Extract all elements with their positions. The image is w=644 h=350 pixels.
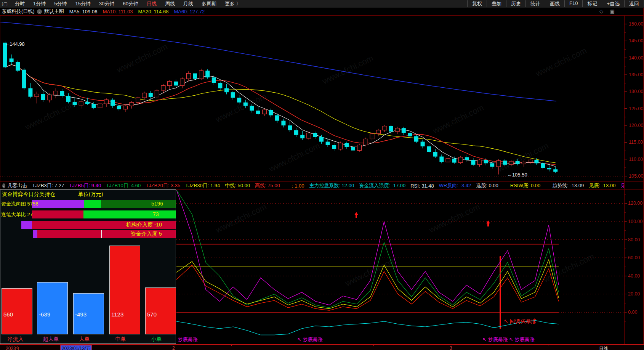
svg-text:120.00: 120.00 bbox=[629, 123, 643, 128]
high-price-callout: ←144.98 bbox=[5, 41, 25, 47]
tool-item-标记[interactable]: 标记 bbox=[582, 0, 602, 7]
chevron-circle-icon[interactable]: ⌄ bbox=[37, 9, 42, 14]
fund-bar-value: 1123 bbox=[111, 311, 123, 318]
ma-legend-item: MA10: 111.03 bbox=[103, 9, 133, 14]
date-label[interactable]: 2023/01/13/五 bbox=[60, 345, 92, 350]
svg-text:120.00: 120.00 bbox=[628, 201, 642, 206]
ma-legend: MA5: 109.06MA10: 111.03MA20: 114.68MA60:… bbox=[64, 9, 205, 14]
gauge-label: 逐笔大单比 27 bbox=[1, 211, 33, 218]
gauge-row: 资金流向图 57565196 bbox=[0, 200, 176, 208]
ma-legend-item: MA60: 127.72 bbox=[174, 9, 205, 14]
indicator-item: TJZB5日: 9.40 bbox=[69, 182, 101, 189]
series-资金流入强度 bbox=[176, 320, 559, 335]
axis-separator bbox=[624, 15, 625, 344]
time-axis-tick bbox=[231, 344, 232, 346]
svg-text:60.00: 60.00 bbox=[628, 255, 640, 260]
fund-panel-title: 资金博弈今日分类持仓 bbox=[2, 191, 55, 198]
tool-item-历史[interactable]: 历史 bbox=[506, 0, 525, 7]
svg-text:110.00: 110.00 bbox=[629, 157, 643, 162]
menu-item-分时[interactable]: 分时 bbox=[11, 0, 29, 7]
month-marker-2: 2 bbox=[172, 345, 175, 350]
menu-item-5分钟[interactable]: 5分钟 bbox=[50, 0, 71, 7]
bottom-signal-note: ↖ 抄底暴涨 bbox=[509, 337, 535, 342]
up-arrow-icon bbox=[354, 212, 358, 218]
statusbar-divider bbox=[589, 344, 589, 350]
svg-text:0.00: 0.00 bbox=[628, 310, 637, 315]
tool-item-F10[interactable]: F10 bbox=[564, 0, 582, 7]
menu-item-30分钟[interactable]: 30分钟 bbox=[95, 0, 119, 7]
gauge-segment bbox=[33, 230, 37, 238]
fund-bar-value: -639 bbox=[39, 311, 50, 318]
chevron-circle-icon[interactable]: ⌄ bbox=[2, 183, 5, 188]
symbol-title: 东威科技(日线) bbox=[2, 8, 35, 15]
menu-item-多周期[interactable]: 多周期 bbox=[197, 0, 221, 7]
fund-bar-value: -493 bbox=[75, 311, 87, 318]
indicator-item: WR反向: -3.42 bbox=[439, 182, 471, 189]
indicator-item: 凡客出击 bbox=[8, 182, 27, 189]
main-indicator-label[interactable]: 默认主图 bbox=[44, 8, 64, 15]
menu-item-更多 〉[interactable]: 更多 〉 bbox=[221, 0, 245, 7]
svg-text:115.00: 115.00 bbox=[629, 140, 643, 145]
tool-item-+自选[interactable]: +自选 bbox=[602, 0, 624, 7]
tool-menu: 复权叠加历史统计画线F10标记+自选返回 bbox=[467, 0, 644, 7]
menu-item-日线[interactable]: 日线 bbox=[143, 0, 161, 7]
fund-bar-value: 560 bbox=[3, 311, 13, 318]
bottom-signal-note: ↖ 抄底暴涨 bbox=[482, 337, 508, 342]
menu-item-月线[interactable]: 月线 bbox=[179, 0, 197, 7]
indicator-item: : 1.00 bbox=[292, 183, 304, 189]
period-menu: 分时1分钟5分钟15分钟30分钟60分钟日线周线月线多周期更多 〉 bbox=[11, 0, 245, 7]
indicator-item: 中线: 50.00 bbox=[225, 182, 250, 189]
tool-item-复权[interactable]: 复权 bbox=[467, 0, 487, 7]
fund-bar-label: 大单 bbox=[79, 336, 90, 343]
ma-legend-item: MA20: 114.68 bbox=[138, 9, 168, 14]
fund-panel-unit: 单位(万元) bbox=[78, 191, 103, 198]
tool-item-统计[interactable]: 统计 bbox=[525, 0, 545, 7]
svg-text:105.00: 105.00 bbox=[629, 173, 643, 179]
svg-text:150.00: 150.00 bbox=[629, 21, 643, 27]
svg-text:145.00: 145.00 bbox=[629, 38, 643, 43]
indicator-item: TJZB20日: 3.35 bbox=[146, 182, 180, 189]
indicator-item: TJZB3日: 7.27 bbox=[32, 182, 64, 189]
time-axis-tick bbox=[548, 344, 548, 346]
tool-item-返回[interactable]: 返回 bbox=[624, 0, 644, 7]
gauge-segment bbox=[84, 200, 101, 208]
gauge-tick bbox=[101, 230, 102, 238]
indicator-value-bar: ⌄ 凡客出击TJZB3日: 7.27TJZB5日: 9.40TJZB10日: 4… bbox=[0, 182, 624, 189]
tool-item-画线[interactable]: 画线 bbox=[545, 0, 564, 7]
gauge-row: 逐笔大单比 2773 bbox=[0, 210, 176, 218]
time-axis-tick bbox=[373, 344, 374, 346]
indicator-item: RSI: 31.48 bbox=[410, 183, 434, 189]
gauge-row: 机构介入度 -10 bbox=[0, 221, 176, 229]
menu-item-1分钟[interactable]: 1分钟 bbox=[29, 0, 50, 7]
status-bar: 2023年 2023/01/13/五 2 3 日线 bbox=[0, 344, 644, 350]
indicator-item: 高线: 75.00 bbox=[255, 182, 280, 189]
top-menu-bar: ⟨▢ 分时1分钟5分钟15分钟30分钟60分钟日线周线月线多周期更多 〉 复权叠… bbox=[0, 0, 644, 8]
bottom-signal-note: ↖ 抄底暴涨 bbox=[297, 337, 323, 342]
indicator-item: 选股: 0.00 bbox=[476, 182, 498, 189]
svg-text:80.00: 80.00 bbox=[628, 237, 640, 242]
indicator-item: 趋势线: -13.09 bbox=[552, 182, 584, 189]
fund-bar-超大单 bbox=[37, 282, 68, 334]
gauge-segment bbox=[32, 210, 83, 218]
fund-bar-label: 小单 bbox=[151, 336, 162, 343]
main-candlestick-chart[interactable]: 150.00145.00140.00135.00130.00125.00120.… bbox=[0, 15, 644, 182]
buy-note: ↖ 回调买暴涨 bbox=[504, 318, 537, 324]
gauge-segment bbox=[21, 221, 32, 229]
fund-bar-value: 570 bbox=[147, 311, 157, 318]
svg-text:130.00: 130.00 bbox=[629, 89, 643, 94]
fund-battle-panel: 资金博弈今日分类持仓 单位(万元) 资金流向图 57565196逐笔大单比 27… bbox=[0, 189, 176, 344]
menu-item-周线[interactable]: 周线 bbox=[161, 0, 179, 7]
menu-item-60分钟[interactable]: 60分钟 bbox=[119, 0, 142, 7]
tool-item-叠加[interactable]: 叠加 bbox=[487, 0, 506, 7]
title-right-icons[interactable]: ◇ ▣ bbox=[599, 8, 617, 14]
svg-text:125.00: 125.00 bbox=[629, 106, 643, 111]
trading-app-window: { "topbar": { "window_icon": "⟨▢", "left… bbox=[0, 0, 644, 350]
fund-bar-label: 净流入 bbox=[8, 336, 24, 343]
window-icon[interactable]: ⟨▢ bbox=[2, 1, 8, 6]
indicator-item: 见底: -13.00 bbox=[589, 182, 615, 189]
series-见底3 bbox=[176, 190, 559, 308]
indicator-item: TJZB10日: 4.60 bbox=[106, 182, 141, 189]
menu-item-15分钟[interactable]: 15分钟 bbox=[71, 0, 95, 7]
gauge-row: 资金介入度 5 bbox=[0, 230, 176, 238]
indicator-item: 主力控盘系数: 12.00 bbox=[309, 182, 354, 189]
